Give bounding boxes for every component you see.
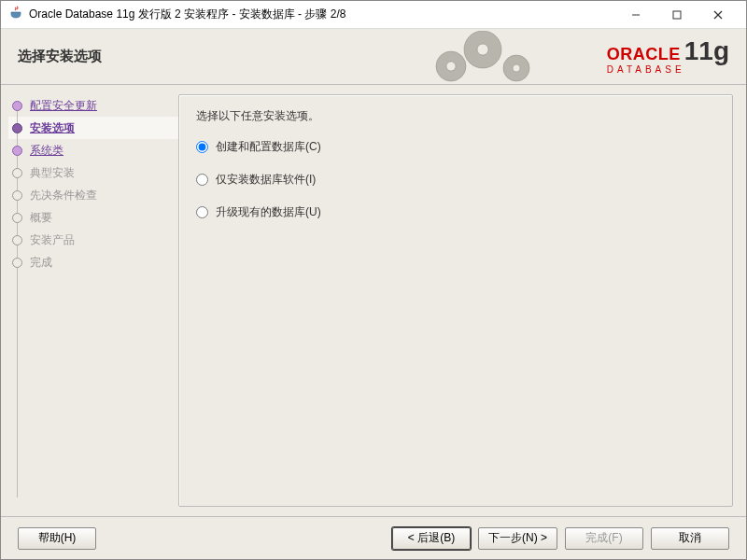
install-option-radio-0[interactable] [196,141,208,153]
gears-decoration [429,31,559,86]
step-label: 概要 [30,210,52,226]
step-2[interactable]: 系统类 [8,139,178,161]
step-1[interactable]: 安装选项 [8,117,178,139]
minimize-button[interactable] [615,2,656,28]
instruction-text: 选择以下任意安装选项。 [196,108,715,124]
svg-point-9 [513,64,520,72]
step-0[interactable]: 配置安全更新 [8,94,178,117]
step-3: 典型安装 [8,161,178,184]
install-option-2[interactable]: 升级现有的数据库(U) [196,204,715,220]
step-dot-icon [12,123,22,133]
step-6: 安装产品 [8,229,178,251]
step-7: 完成 [8,251,178,273]
cancel-button[interactable]: 取消 [651,527,729,550]
svg-rect-1 [673,11,681,19]
step-label: 系统类 [30,143,63,159]
install-option-radio-2[interactable] [196,206,208,218]
installer-window: Oracle Database 11g 发行版 2 安装程序 - 安装数据库 -… [0,0,747,560]
install-option-1[interactable]: 仅安装数据库软件(I) [196,172,715,188]
step-dot-icon [12,190,22,201]
oracle-logo: ORACLE11g DATABASE [607,36,729,75]
footer: 帮助(H) < 后退(B) 下一步(N) > 完成(F) 取消 [1,516,746,559]
step-4: 先决条件检查 [8,184,178,206]
install-option-label: 创建和配置数据库(C) [216,139,321,155]
page-title: 选择安装选项 [18,48,102,65]
step-5: 概要 [8,206,178,229]
install-option-label: 升级现有的数据库(U) [216,204,321,220]
titlebar: Oracle Database 11g 发行版 2 安装程序 - 安装数据库 -… [1,1,746,29]
install-option-radio-1[interactable] [196,174,208,186]
window-title: Oracle Database 11g 发行版 2 安装程序 - 安装数据库 -… [29,7,615,22]
step-label: 先决条件检查 [30,188,97,203]
install-option-0[interactable]: 创建和配置数据库(C) [196,139,715,155]
steps-sidebar: 配置安全更新安装选项系统类典型安装先决条件检查概要安装产品完成 [1,85,178,516]
step-dot-icon [12,235,22,245]
step-label: 安装选项 [30,120,75,136]
help-button[interactable]: 帮助(H) [18,527,96,550]
step-label: 安装产品 [30,232,75,248]
step-label: 完成 [30,255,52,271]
step-dot-icon [12,168,22,178]
main-panel: 选择以下任意安装选项。 创建和配置数据库(C)仅安装数据库软件(I)升级现有的数… [178,94,733,507]
install-option-label: 仅安装数据库软件(I) [216,172,316,188]
finish-button[interactable]: 完成(F) [565,527,643,550]
step-dot-icon [12,101,22,111]
step-label: 典型安装 [30,165,75,181]
next-button[interactable]: 下一步(N) > [478,527,557,550]
step-dot-icon [12,258,22,268]
back-button[interactable]: < 后退(B) [392,527,471,550]
header: 选择安装选项 ORACLE11g DATABASE [1,29,746,85]
step-label: 配置安全更新 [30,98,97,114]
close-button[interactable] [698,2,739,28]
step-dot-icon [12,213,22,223]
java-icon [8,6,23,23]
svg-point-5 [446,62,456,71]
maximize-button[interactable] [656,2,698,28]
svg-point-7 [477,44,488,55]
step-dot-icon [12,146,22,156]
